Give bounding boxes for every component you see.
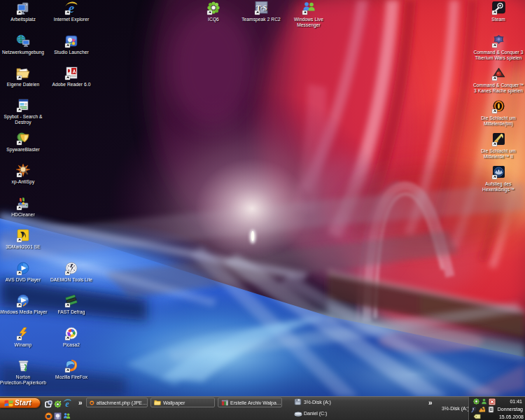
svg-text:B: B <box>490 407 493 412</box>
